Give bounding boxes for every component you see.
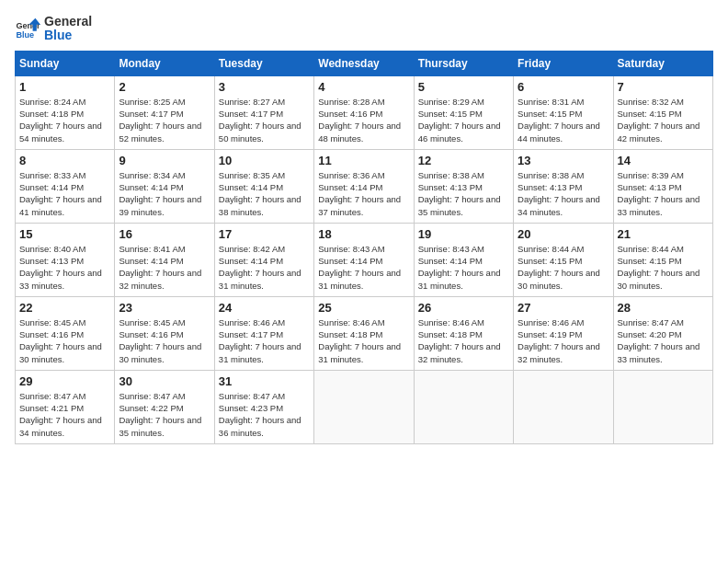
logo-general: General <box>44 15 92 29</box>
day-cell: 21Sunrise: 8:44 AMSunset: 4:15 PMDayligh… <box>613 223 712 296</box>
day-cell <box>314 370 414 443</box>
day-cell: 4Sunrise: 8:28 AMSunset: 4:16 PMDaylight… <box>314 75 414 149</box>
day-number: 19 <box>418 227 509 241</box>
day-cell: 13Sunrise: 8:38 AMSunset: 4:13 PMDayligh… <box>514 149 613 223</box>
day-info: Sunrise: 8:47 AMSunset: 4:23 PMDaylight:… <box>219 390 310 439</box>
day-number: 1 <box>19 80 110 94</box>
day-number: 14 <box>618 154 709 167</box>
logo-icon: General Blue <box>15 16 40 41</box>
day-cell: 12Sunrise: 8:38 AMSunset: 4:13 PMDayligh… <box>414 149 513 223</box>
day-cell: 9Sunrise: 8:34 AMSunset: 4:14 PMDaylight… <box>115 149 214 223</box>
day-cell: 24Sunrise: 8:46 AMSunset: 4:17 PMDayligh… <box>214 296 313 370</box>
day-cell: 16Sunrise: 8:41 AMSunset: 4:14 PMDayligh… <box>115 223 214 296</box>
logo: General Blue General Blue <box>15 15 92 43</box>
day-cell: 18Sunrise: 8:43 AMSunset: 4:14 PMDayligh… <box>314 223 414 296</box>
day-info: Sunrise: 8:46 AMSunset: 4:19 PMDaylight:… <box>518 316 609 365</box>
week-row-4: 22Sunrise: 8:45 AMSunset: 4:16 PMDayligh… <box>16 296 713 370</box>
day-info: Sunrise: 8:45 AMSunset: 4:16 PMDaylight:… <box>19 316 110 365</box>
day-info: Sunrise: 8:29 AMSunset: 4:15 PMDaylight:… <box>418 96 509 144</box>
week-row-5: 29Sunrise: 8:47 AMSunset: 4:21 PMDayligh… <box>16 370 713 443</box>
day-number: 28 <box>618 301 709 315</box>
day-cell: 11Sunrise: 8:36 AMSunset: 4:14 PMDayligh… <box>314 149 414 223</box>
day-info: Sunrise: 8:43 AMSunset: 4:14 PMDaylight:… <box>318 243 409 292</box>
day-cell: 17Sunrise: 8:42 AMSunset: 4:14 PMDayligh… <box>214 223 313 296</box>
day-cell: 8Sunrise: 8:33 AMSunset: 4:14 PMDaylight… <box>16 149 115 223</box>
day-number: 15 <box>19 227 110 241</box>
day-number: 11 <box>318 154 409 167</box>
day-info: Sunrise: 8:47 AMSunset: 4:21 PMDaylight:… <box>19 390 110 439</box>
col-header-sunday: Sunday <box>16 51 115 75</box>
day-info: Sunrise: 8:34 AMSunset: 4:14 PMDaylight:… <box>119 169 210 218</box>
svg-text:Blue: Blue <box>16 30 34 40</box>
day-cell: 31Sunrise: 8:47 AMSunset: 4:23 PMDayligh… <box>214 370 313 443</box>
week-row-2: 8Sunrise: 8:33 AMSunset: 4:14 PMDaylight… <box>16 149 713 223</box>
day-number: 10 <box>219 154 310 167</box>
day-info: Sunrise: 8:27 AMSunset: 4:17 PMDaylight:… <box>219 96 310 144</box>
day-info: Sunrise: 8:36 AMSunset: 4:14 PMDaylight:… <box>318 169 409 218</box>
day-number: 25 <box>318 301 409 315</box>
day-cell: 10Sunrise: 8:35 AMSunset: 4:14 PMDayligh… <box>214 149 313 223</box>
day-number: 2 <box>119 80 210 94</box>
day-info: Sunrise: 8:46 AMSunset: 4:18 PMDaylight:… <box>318 316 409 365</box>
day-number: 30 <box>119 374 210 388</box>
day-cell: 1Sunrise: 8:24 AMSunset: 4:18 PMDaylight… <box>16 75 115 149</box>
day-number: 5 <box>418 80 509 94</box>
col-header-tuesday: Tuesday <box>214 51 313 75</box>
day-cell: 14Sunrise: 8:39 AMSunset: 4:13 PMDayligh… <box>613 149 712 223</box>
day-number: 31 <box>219 374 310 388</box>
week-row-3: 15Sunrise: 8:40 AMSunset: 4:13 PMDayligh… <box>16 223 713 296</box>
day-cell: 30Sunrise: 8:47 AMSunset: 4:22 PMDayligh… <box>115 370 214 443</box>
day-number: 22 <box>19 301 110 315</box>
day-number: 16 <box>119 227 210 241</box>
day-cell: 5Sunrise: 8:29 AMSunset: 4:15 PMDaylight… <box>414 75 513 149</box>
day-number: 18 <box>318 227 409 241</box>
day-number: 20 <box>518 227 609 241</box>
day-number: 3 <box>219 80 310 94</box>
day-info: Sunrise: 8:44 AMSunset: 4:15 PMDaylight:… <box>618 243 709 292</box>
header: General Blue General Blue <box>15 15 713 43</box>
day-cell: 15Sunrise: 8:40 AMSunset: 4:13 PMDayligh… <box>16 223 115 296</box>
day-cell: 25Sunrise: 8:46 AMSunset: 4:18 PMDayligh… <box>314 296 414 370</box>
day-cell: 26Sunrise: 8:46 AMSunset: 4:18 PMDayligh… <box>414 296 513 370</box>
day-info: Sunrise: 8:28 AMSunset: 4:16 PMDaylight:… <box>318 96 409 144</box>
col-header-monday: Monday <box>115 51 214 75</box>
day-info: Sunrise: 8:38 AMSunset: 4:13 PMDaylight:… <box>518 169 609 218</box>
day-info: Sunrise: 8:38 AMSunset: 4:13 PMDaylight:… <box>418 169 509 218</box>
day-info: Sunrise: 8:24 AMSunset: 4:18 PMDaylight:… <box>19 96 110 144</box>
day-number: 21 <box>618 227 709 241</box>
day-info: Sunrise: 8:47 AMSunset: 4:22 PMDaylight:… <box>119 390 210 439</box>
day-number: 13 <box>518 154 609 167</box>
col-header-saturday: Saturday <box>613 51 712 75</box>
day-number: 6 <box>518 80 609 94</box>
day-info: Sunrise: 8:32 AMSunset: 4:15 PMDaylight:… <box>618 96 709 144</box>
col-header-wednesday: Wednesday <box>314 51 414 75</box>
day-cell <box>414 370 513 443</box>
day-cell: 6Sunrise: 8:31 AMSunset: 4:15 PMDaylight… <box>514 75 613 149</box>
day-number: 23 <box>119 301 210 315</box>
day-number: 17 <box>219 227 310 241</box>
day-number: 29 <box>19 374 110 388</box>
day-cell: 20Sunrise: 8:44 AMSunset: 4:15 PMDayligh… <box>514 223 613 296</box>
day-cell: 27Sunrise: 8:46 AMSunset: 4:19 PMDayligh… <box>514 296 613 370</box>
day-number: 12 <box>418 154 509 167</box>
day-info: Sunrise: 8:33 AMSunset: 4:14 PMDaylight:… <box>19 169 110 218</box>
day-info: Sunrise: 8:35 AMSunset: 4:14 PMDaylight:… <box>219 169 310 218</box>
day-info: Sunrise: 8:41 AMSunset: 4:14 PMDaylight:… <box>119 243 210 292</box>
day-number: 24 <box>219 301 310 315</box>
day-cell: 23Sunrise: 8:45 AMSunset: 4:16 PMDayligh… <box>115 296 214 370</box>
day-info: Sunrise: 8:44 AMSunset: 4:15 PMDaylight:… <box>518 243 609 292</box>
day-cell: 19Sunrise: 8:43 AMSunset: 4:14 PMDayligh… <box>414 223 513 296</box>
day-info: Sunrise: 8:46 AMSunset: 4:18 PMDaylight:… <box>418 316 509 365</box>
day-info: Sunrise: 8:45 AMSunset: 4:16 PMDaylight:… <box>119 316 210 365</box>
day-number: 7 <box>618 80 709 94</box>
col-header-friday: Friday <box>514 51 613 75</box>
logo-blue: Blue <box>44 29 92 42</box>
day-cell <box>613 370 712 443</box>
day-info: Sunrise: 8:43 AMSunset: 4:14 PMDaylight:… <box>418 243 509 292</box>
day-cell: 28Sunrise: 8:47 AMSunset: 4:20 PMDayligh… <box>613 296 712 370</box>
header-row: SundayMondayTuesdayWednesdayThursdayFrid… <box>16 51 713 75</box>
day-cell: 7Sunrise: 8:32 AMSunset: 4:15 PMDaylight… <box>613 75 712 149</box>
day-info: Sunrise: 8:46 AMSunset: 4:17 PMDaylight:… <box>219 316 310 365</box>
day-number: 9 <box>119 154 210 167</box>
day-number: 4 <box>318 80 409 94</box>
